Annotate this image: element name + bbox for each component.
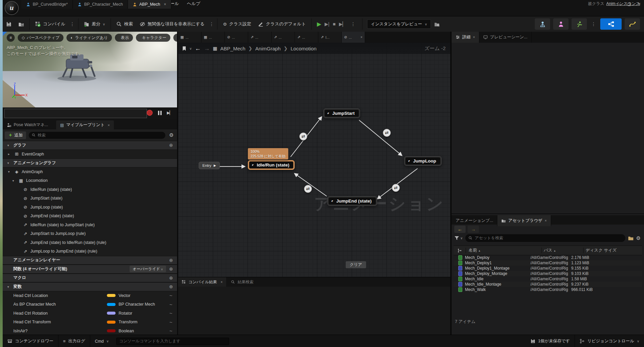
clear-button[interactable]: クリア — [346, 261, 366, 268]
close-icon[interactable]: × — [545, 219, 547, 223]
animation-mode-button[interactable] — [572, 18, 587, 30]
compile-results-search[interactable]: 結果検索 — [231, 279, 254, 285]
gear-icon[interactable]: ⚙ — [636, 235, 641, 241]
transition-rule-icon[interactable]: ⇄ — [304, 185, 312, 193]
content-drawer-button[interactable]: コンテンツドロワー — [3, 335, 58, 347]
stop-button[interactable]: ■ — [333, 21, 335, 27]
variable-row[interactable]: IsInAir? Boolean ~ — [3, 327, 177, 335]
tree-row[interactable]: アニメーションレイヤー ⊕ — [3, 256, 177, 265]
diff-button[interactable]: 差分 ∨ — [80, 18, 109, 30]
override-dropdown[interactable]: オーバーライド — [130, 266, 166, 272]
tree-row[interactable]: ▾ ◈ AnimGraph — [3, 167, 177, 177]
asset-editor-tab[interactable]: BP_Character_Mech — [73, 0, 128, 9]
tab-compile-results[interactable]: コンパイル結果 × — [178, 277, 226, 287]
add-plus-icon[interactable]: ⊕ — [168, 275, 174, 281]
tree-row[interactable]: ⊘ Idle/Run (state) (state) — [3, 185, 177, 194]
tree-row[interactable]: ⊘ JumpEnd (state) (state) — [3, 212, 177, 221]
variable-wave-icon[interactable]: ~ — [169, 328, 172, 334]
viewport-option-pill[interactable]: キャラクター — [136, 34, 170, 42]
back-button[interactable]: ← — [454, 226, 466, 233]
asset-row[interactable]: Mech_Idle /All/Game/ControlRig 1.58 MiB — [454, 276, 642, 282]
asset-search-input[interactable]: アセットを検索 — [465, 234, 625, 242]
tree-row[interactable]: マクロ ⊕ — [3, 274, 177, 283]
tree-row[interactable]: ⇗ JumpEnd (state) to Idle/Run (state) (r… — [3, 238, 177, 247]
parent-class-link[interactable]: Animインスタンス — [606, 1, 640, 6]
viewport-option-pill[interactable]: LOD オート — [173, 34, 177, 42]
step-forward-button[interactable]: ▶▏ — [167, 110, 172, 115]
graph-document-tab[interactable]: ⇗ ... — [272, 32, 295, 43]
tab-preview-scene[interactable]: プレビューシーン... — [479, 32, 532, 43]
column-disk-size[interactable]: ディスク サイズ — [583, 248, 642, 253]
tree-row[interactable]: ⊘ JumpLoop (state) — [3, 203, 177, 212]
viewport-menu-button[interactable]: ≡ — [7, 34, 15, 42]
filter-button[interactable]: ∨ — [454, 236, 463, 241]
gear-icon[interactable]: ⚙ — [168, 132, 175, 138]
curve-mode-button[interactable] — [625, 18, 640, 30]
class-settings-button[interactable]: ⚙ クラス設定 — [219, 18, 255, 30]
save-button[interactable] — [3, 18, 15, 30]
variable-type-pill[interactable] — [107, 312, 116, 315]
browse-button[interactable] — [15, 18, 27, 30]
close-icon[interactable]: × — [473, 35, 475, 39]
tree-row[interactable]: ⇗ JumpStart to JumpLoop (rule) — [3, 229, 177, 238]
menu-item[interactable]: ヘルプ — [183, 0, 204, 7]
transition-rule-icon[interactable]: ⇄ — [299, 132, 307, 140]
entry-node[interactable]: Entry ▶ — [199, 162, 220, 169]
caret-icon[interactable]: ▸ — [8, 152, 12, 156]
variable-wave-icon[interactable]: ~ — [169, 302, 172, 307]
add-plus-icon[interactable]: ⊕ — [168, 142, 174, 148]
state-node-idle-run[interactable]: ◐Idle/Run (state) — [248, 160, 295, 170]
tree-row[interactable]: ▸ ⊞ EventGraph — [3, 150, 177, 159]
tree-row[interactable]: ▾ グラフ ⊕ — [3, 141, 177, 150]
console-command-input[interactable]: コンソールコマンドを入力します — [116, 338, 229, 345]
asset-editor-tab[interactable]: ABP_Mech × — [128, 0, 171, 9]
unsaved-status[interactable]: 1個が未保存です — [526, 335, 575, 347]
tab-animation-browser[interactable]: アニメーションブ... — [452, 215, 497, 226]
hide-unrelated-button[interactable]: 無関係な項目を非表示にする — [136, 18, 208, 30]
class-defaults-button[interactable]: クラスのデフォルト — [255, 18, 309, 30]
play-options-kebab[interactable]: ⋮ — [349, 21, 357, 27]
variable-type-pill[interactable] — [107, 294, 116, 297]
asset-row[interactable]: Mech_Deploy /All/Game/ControlRig 2.176 M… — [454, 255, 642, 260]
asset-row[interactable]: Mech_Deploy_Montage /All/Game/ControlRig… — [454, 271, 642, 276]
variable-row[interactable]: Head Ctrl Rotation Rotator ~ — [3, 309, 177, 318]
asset-editor-tab[interactable]: BP_CurvedBridge* — [21, 0, 73, 9]
compile-button[interactable]: コンパイル — [32, 18, 69, 30]
variable-row[interactable]: As BP Character Mech BP Character Mech ~ — [3, 300, 177, 309]
variable-type-pill[interactable] — [107, 321, 116, 324]
find-button[interactable]: 検索 — [113, 18, 136, 30]
close-icon[interactable]: × — [108, 123, 110, 127]
blueprint-mode-button[interactable] — [600, 18, 622, 30]
variable-type-pill[interactable] — [107, 329, 116, 332]
graph-document-tab[interactable]: ▦ ... — [201, 32, 225, 43]
viewport-option-pill[interactable]: ◇ パースペクティブ — [18, 34, 63, 42]
asset-row[interactable]: Mech_Deploy1 /All/Game/ControlRig 1.123 … — [454, 260, 642, 266]
caret-icon[interactable]: ▾ — [7, 285, 11, 289]
cmd-dropdown[interactable]: Cmd ∨ — [90, 335, 114, 347]
asset-row[interactable]: Mech_Deploy1_Montage /All/Game/ControlRi… — [454, 266, 642, 271]
graph-document-tab[interactable]: ⊘ ... × — [342, 32, 365, 43]
caret-icon[interactable]: ▾ — [12, 179, 16, 183]
pause-button[interactable] — [158, 111, 162, 115]
tree-row[interactable]: ▾ ▦ Locomotion — [3, 176, 177, 185]
breadcrumb-locomotion[interactable]: Locomotion — [291, 46, 317, 51]
caret-icon[interactable]: ▾ — [8, 170, 12, 174]
preview-viewport[interactable]: ≡ ◇ パースペクティブ ◐ ライティングあり 表示 — [3, 32, 177, 107]
variable-wave-icon[interactable]: ~ — [169, 293, 172, 298]
folder-icon[interactable] — [628, 235, 634, 241]
record-button[interactable] — [147, 110, 153, 116]
graph-document-tab[interactable]: ⊘ ... — [225, 32, 248, 43]
state-node-jump-loop[interactable]: ◐JumpLoop — [404, 156, 442, 166]
add-plus-icon[interactable]: ⊕ — [168, 258, 174, 263]
graph-document-tab[interactable]: ⇗ ... — [248, 32, 272, 43]
breadcrumb-animgraph[interactable]: AnimGraph — [255, 46, 281, 51]
forward-icon[interactable]: → — [204, 45, 210, 52]
state-machine-graph-canvas[interactable]: ∨ ← → ▦ ABP_Mech ❯ AnimGraph ❯ Locomotio… — [178, 43, 450, 277]
skip-button[interactable]: ▶▏ — [339, 21, 346, 27]
variable-row[interactable]: Head Ctrl Location Vector ~ — [3, 291, 177, 300]
breadcrumb-root[interactable]: ABP_Mech — [220, 46, 246, 51]
branch-column-icon[interactable] — [454, 248, 466, 253]
add-button[interactable]: ＋ 追加 — [5, 131, 26, 139]
tree-row[interactable]: ▾ 変数 ⊕ — [3, 282, 177, 291]
panel-splitter[interactable] — [450, 32, 452, 335]
